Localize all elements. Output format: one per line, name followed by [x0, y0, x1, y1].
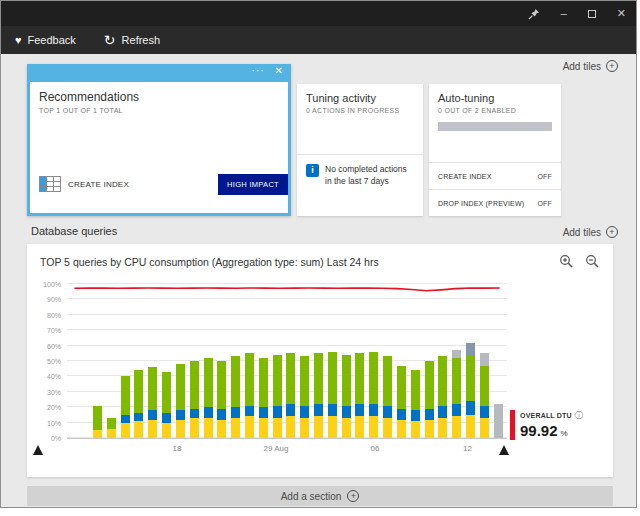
add-tiles-button-queries[interactable]: Add tiles + [563, 226, 618, 238]
stacked-bar[interactable] [162, 284, 171, 438]
stacked-bar[interactable] [176, 284, 185, 438]
zoom-out-icon[interactable] [585, 254, 599, 272]
zoom-in-icon[interactable] [559, 254, 573, 272]
minimize-icon[interactable]: – [561, 8, 567, 19]
stacked-bar[interactable] [397, 284, 406, 438]
bar-segment [494, 404, 503, 438]
stacked-bar[interactable] [93, 284, 102, 438]
stacked-bar[interactable] [259, 284, 268, 438]
bar-segment [190, 361, 199, 409]
y-tick-label: 10% [47, 419, 61, 426]
bar-segment [121, 376, 130, 415]
auto-tuning-tile[interactable]: Auto-tuning 0 OUT OF 2 ENABLED CREATE IN… [429, 84, 561, 216]
bar-segment [231, 356, 240, 407]
stacked-bar[interactable] [328, 284, 337, 438]
feedback-button[interactable]: ♥ Feedback [15, 34, 76, 46]
bar-segment [425, 361, 434, 409]
bar-segment [411, 421, 420, 438]
y-tick-label: 90% [47, 296, 61, 303]
stacked-bar[interactable] [134, 284, 143, 438]
stacked-bar[interactable] [411, 284, 420, 438]
auto-tuning-option-create-index[interactable]: CREATE INDEX OFF [429, 162, 561, 189]
stacked-bar[interactable] [355, 284, 364, 438]
chart-bars [67, 284, 507, 438]
stacked-bar[interactable] [383, 284, 392, 438]
range-handle-left[interactable] [33, 445, 43, 455]
dtu-info-icon[interactable]: ⓘ [575, 410, 583, 421]
add-section-button[interactable]: Add a section + [27, 486, 613, 506]
stacked-bar[interactable] [438, 284, 447, 438]
stacked-bar[interactable] [231, 284, 240, 438]
create-index-icon [39, 176, 61, 192]
stacked-bar[interactable] [121, 284, 130, 438]
bar-segment [369, 404, 378, 416]
titlebar: – ✕ [1, 1, 636, 26]
stacked-bar[interactable] [314, 284, 323, 438]
x-tick-label: 12 [463, 444, 472, 453]
stacked-bar[interactable] [204, 284, 213, 438]
bar-segment [480, 418, 489, 438]
option-value: OFF [537, 173, 552, 180]
pin-icon[interactable] [528, 8, 540, 20]
stacked-bar[interactable] [273, 284, 282, 438]
bar-segment [286, 416, 295, 438]
refresh-button[interactable]: ↻ Refresh [104, 32, 160, 48]
window: – ✕ ♥ Feedback ↻ Refresh Add tiles + ···… [0, 0, 637, 508]
bar-segment [452, 358, 461, 404]
heart-icon: ♥ [15, 34, 22, 46]
tuning-activity-message: i No completed actions in the last 7 day… [306, 164, 415, 188]
stacked-bar[interactable] [286, 284, 295, 438]
stacked-bar[interactable] [342, 284, 351, 438]
bar-segment [328, 416, 337, 438]
bar-segment [121, 423, 130, 438]
dtu-unit: % [561, 429, 568, 438]
tuning-activity-status: 0 ACTIONS IN PROGRESS [306, 107, 414, 114]
add-tiles-button-top[interactable]: Add tiles + [563, 60, 618, 72]
stacked-bar[interactable] [107, 284, 116, 438]
option-label: CREATE INDEX [438, 173, 492, 180]
tile-menu-icon[interactable]: ··· [252, 66, 265, 76]
maximize-icon[interactable] [588, 10, 596, 18]
bar-segment [273, 355, 282, 406]
impact-badge: HIGH IMPACT [218, 174, 288, 196]
tuning-activity-tile[interactable]: Tuning activity 0 ACTIONS IN PROGRESS i … [297, 84, 423, 216]
stacked-bar[interactable] [452, 284, 461, 438]
stacked-bar[interactable] [494, 284, 503, 438]
stacked-bar[interactable] [480, 284, 489, 438]
stacked-bar[interactable] [300, 284, 309, 438]
bar-segment [300, 356, 309, 405]
auto-tuning-option-drop-index[interactable]: DROP INDEX (PREVIEW) OFF [429, 189, 561, 216]
bar-segment [369, 416, 378, 438]
stacked-bar[interactable] [190, 284, 199, 438]
refresh-label: Refresh [122, 34, 161, 46]
chart-x-labels: 1829 Aug0612 [67, 444, 507, 456]
bar-segment [286, 353, 295, 404]
content-area: Add tiles + ··· ✕ Recommendations TOP 1 … [1, 54, 636, 507]
bar-segment [204, 418, 213, 438]
bar-segment [452, 350, 461, 358]
stacked-bar[interactable] [217, 284, 226, 438]
bar-segment [121, 415, 130, 423]
stacked-bar[interactable] [148, 284, 157, 438]
tile-close-icon[interactable]: ✕ [275, 66, 283, 76]
bar-segment [425, 420, 434, 438]
bar-segment [411, 370, 420, 410]
recommendations-tile[interactable]: ··· ✕ Recommendations TOP 1 OUT OF 1 TOT… [27, 64, 291, 216]
circle-plus-icon: + [606, 226, 618, 238]
bar-segment [466, 401, 475, 415]
dtu-legend-swatch [510, 410, 515, 440]
x-tick-label: 29 Aug [264, 444, 289, 453]
stacked-bar[interactable] [425, 284, 434, 438]
stacked-bar[interactable] [245, 284, 254, 438]
bar-segment [273, 418, 282, 438]
stacked-bar[interactable] [466, 284, 475, 438]
recommendation-row[interactable]: CREATE INDEX HIGH IMPACT [39, 174, 288, 196]
bar-segment [162, 372, 171, 414]
bar-segment [355, 416, 364, 438]
stacked-bar[interactable] [369, 284, 378, 438]
close-icon[interactable]: ✕ [617, 8, 626, 19]
range-handle-right[interactable] [499, 445, 509, 455]
bar-segment [162, 423, 171, 438]
bar-segment [397, 366, 406, 409]
bar-segment [134, 413, 143, 421]
